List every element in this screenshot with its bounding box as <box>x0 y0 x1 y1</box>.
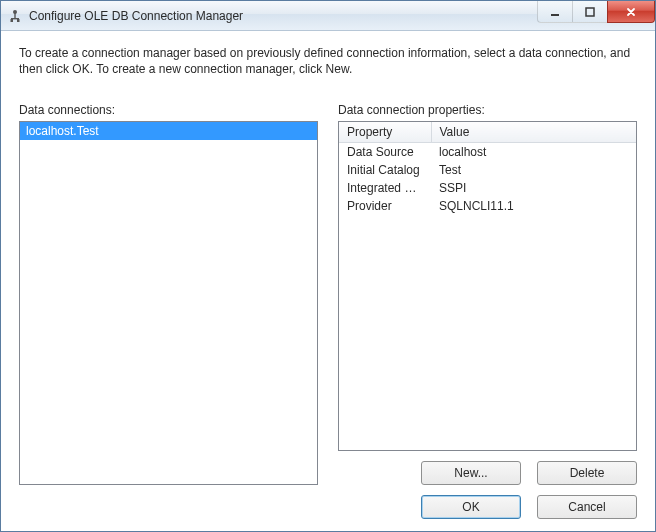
minimize-button[interactable] <box>537 1 573 23</box>
property-name: Provider <box>339 197 431 215</box>
data-connections-label: Data connections: <box>19 103 318 117</box>
maximize-button[interactable] <box>572 1 608 23</box>
cancel-button[interactable]: Cancel <box>537 495 637 519</box>
app-icon <box>7 8 23 24</box>
connection-item[interactable]: localhost.Test <box>20 122 317 140</box>
svg-rect-3 <box>11 19 14 22</box>
new-delete-row: New... Delete <box>338 461 637 485</box>
close-button[interactable] <box>607 1 655 23</box>
property-row[interactable]: ProviderSQLNCLI11.1 <box>339 197 636 215</box>
window-buttons <box>538 1 655 23</box>
ok-button[interactable]: OK <box>421 495 521 519</box>
client-area: To create a connection manager based on … <box>1 31 655 531</box>
data-connection-properties-label: Data connection properties: <box>338 103 637 117</box>
dialog-description: To create a connection manager based on … <box>19 45 637 77</box>
data-connections-column: Data connections: localhost.Test <box>19 103 318 485</box>
titlebar: Configure OLE DB Connection Manager <box>1 1 655 31</box>
property-value: localhost <box>431 143 636 162</box>
svg-rect-5 <box>551 14 559 16</box>
dialog-window: Configure OLE DB Connection Manager To c… <box>0 0 656 532</box>
property-row[interactable]: Data Sourcelocalhost <box>339 143 636 162</box>
data-connection-properties-column: Data connection properties: Property Val… <box>338 103 637 485</box>
property-name: Integrated Se... <box>339 179 431 197</box>
property-value: Test <box>431 161 636 179</box>
property-value: SQLNCLI11.1 <box>431 197 636 215</box>
properties-header-property[interactable]: Property <box>339 122 431 143</box>
delete-button[interactable]: Delete <box>537 461 637 485</box>
window-title: Configure OLE DB Connection Manager <box>29 9 243 23</box>
svg-rect-4 <box>17 19 20 22</box>
properties-header-value[interactable]: Value <box>431 122 636 143</box>
data-connections-listbox[interactable]: localhost.Test <box>19 121 318 485</box>
new-button[interactable]: New... <box>421 461 521 485</box>
property-row[interactable]: Integrated Se...SSPI <box>339 179 636 197</box>
columns: Data connections: localhost.Test Data co… <box>19 103 637 485</box>
property-name: Initial Catalog <box>339 161 431 179</box>
svg-rect-6 <box>586 8 594 16</box>
properties-grid[interactable]: Property Value Data SourcelocalhostIniti… <box>338 121 637 451</box>
property-name: Data Source <box>339 143 431 162</box>
property-value: SSPI <box>431 179 636 197</box>
property-row[interactable]: Initial CatalogTest <box>339 161 636 179</box>
svg-rect-1 <box>14 13 15 18</box>
ok-cancel-row: OK Cancel <box>19 495 637 519</box>
